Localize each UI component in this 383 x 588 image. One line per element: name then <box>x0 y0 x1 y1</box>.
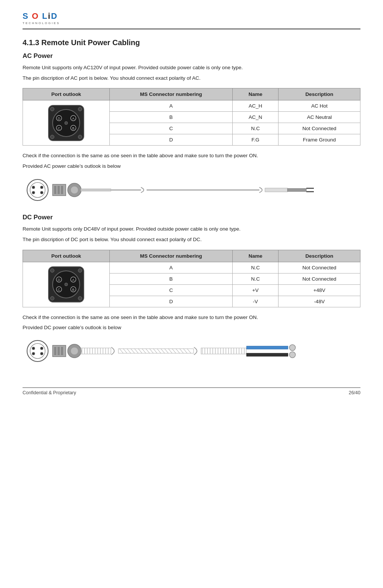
svg-point-26 <box>71 186 78 194</box>
name-AC_H: AC_H <box>232 100 278 112</box>
svg-point-20 <box>40 191 43 194</box>
section-title: 4.1.3 Remote Unit Power Cabling <box>23 38 360 47</box>
svg-point-46 <box>78 269 82 272</box>
svg-rect-56 <box>54 347 56 355</box>
dc-para2: The pin discription of DC port is below.… <box>23 236 360 244</box>
svg-line-86 <box>165 349 168 353</box>
name-NC-dc-b: N.C <box>232 273 278 284</box>
desc-NC-dc-a: Not Connected <box>279 262 360 273</box>
footer-right: 26/40 <box>349 390 360 395</box>
svg-line-92 <box>187 349 191 353</box>
desc-AC_N: AC Neutral <box>279 112 360 123</box>
svg-point-45 <box>50 269 54 272</box>
name-FG: F.G <box>232 134 278 146</box>
svg-line-78 <box>135 349 138 353</box>
svg-point-113 <box>289 345 295 351</box>
svg-rect-22 <box>54 186 56 194</box>
svg-line-82 <box>150 349 153 353</box>
svg-rect-31 <box>288 188 306 191</box>
svg-rect-23 <box>58 186 60 194</box>
port-image-dc: D A C B <box>23 262 110 307</box>
svg-text:A: A <box>72 117 74 120</box>
dc-check-text: Check if the connection is the same as o… <box>23 313 360 322</box>
footer: Confidential & Proprietary 26/40 <box>23 387 360 395</box>
svg-rect-24 <box>61 186 63 194</box>
svg-rect-61 <box>81 348 111 354</box>
svg-point-11 <box>50 107 54 111</box>
ac-para1: Remote Unit supports only AC120V of inpu… <box>23 64 360 72</box>
ms-C-ac: C <box>110 123 233 134</box>
svg-point-18 <box>40 186 43 189</box>
dc-cable-diagram <box>23 339 360 365</box>
ms-B-dc: B <box>110 273 233 284</box>
ac-check-text: Check if the connection is the same as o… <box>23 152 360 160</box>
svg-point-53 <box>32 352 35 355</box>
header: S O LiD TECHNOLOGIES <box>23 11 360 29</box>
svg-line-81 <box>146 349 150 353</box>
logo: S O LiD TECHNOLOGIES <box>23 11 60 25</box>
table-row: D A C B <box>23 100 360 112</box>
svg-line-80 <box>142 349 146 353</box>
svg-line-79 <box>138 349 142 353</box>
ac-power-subtitle: AC Power <box>23 52 360 60</box>
svg-line-75 <box>123 349 127 353</box>
svg-point-13 <box>50 135 54 139</box>
svg-point-47 <box>50 296 54 300</box>
logo-sub: TECHNOLOGIES <box>23 21 60 25</box>
th-ms-numbering-ac: MS Connector numbering <box>110 88 233 100</box>
svg-point-14 <box>78 135 82 139</box>
svg-line-89 <box>176 349 180 353</box>
svg-rect-93 <box>201 348 246 354</box>
svg-text:C: C <box>58 126 61 130</box>
svg-text:D: D <box>58 117 61 120</box>
svg-text:B: B <box>72 126 74 130</box>
section-ac-power: 4.1.3 Remote Unit Power Cabling AC Power… <box>23 38 360 203</box>
desc-FG: Frame Ground <box>279 134 360 146</box>
dc-connector-table: Port outlook MS Connector numbering Name… <box>23 250 360 307</box>
th-description-dc: Description <box>279 250 360 262</box>
ms-C-dc: C <box>110 284 233 296</box>
svg-line-84 <box>157 349 161 353</box>
name-AC_N: AC_N <box>232 112 278 123</box>
logo-brand: S O LiD <box>23 11 58 21</box>
dc-para1: Remote Unit supports only DC48V of input… <box>23 225 360 233</box>
section-dc-power: DC Power Remote Unit supports only DC48V… <box>23 214 360 365</box>
name-pV: +V <box>232 284 278 296</box>
th-description-ac: Description <box>279 88 360 100</box>
ac-cable-text: Provided AC power cable’s outlook is bel… <box>23 162 360 170</box>
svg-point-54 <box>40 352 43 355</box>
name-mV: -V <box>232 296 278 307</box>
th-port-outlook-dc: Port outlook <box>23 250 110 262</box>
svg-rect-58 <box>61 347 63 355</box>
svg-rect-32 <box>306 188 314 189</box>
svg-rect-28 <box>111 189 141 191</box>
svg-line-91 <box>183 349 187 353</box>
svg-line-83 <box>153 349 157 353</box>
ms-D-dc: D <box>110 296 233 307</box>
svg-line-88 <box>172 349 176 353</box>
footer-left: Confidential & Proprietary <box>23 390 76 395</box>
port-image-ac: D A C B <box>23 100 110 146</box>
svg-rect-112 <box>247 353 288 356</box>
svg-point-50 <box>30 343 45 359</box>
svg-point-19 <box>32 191 35 194</box>
dc-cable-text: Provided DC power cable’s outlook is bel… <box>23 324 360 332</box>
svg-line-76 <box>127 349 131 353</box>
svg-rect-29 <box>147 189 259 191</box>
svg-text:D: D <box>58 278 61 282</box>
svg-rect-33 <box>306 191 314 192</box>
ms-B-ac: B <box>110 112 233 123</box>
svg-point-17 <box>32 186 35 189</box>
svg-rect-30 <box>265 188 288 192</box>
svg-line-87 <box>168 349 172 353</box>
svg-point-16 <box>30 182 45 198</box>
th-ms-numbering-dc: MS Connector numbering <box>110 250 233 262</box>
svg-line-90 <box>180 349 183 353</box>
svg-rect-27 <box>81 189 111 191</box>
svg-point-114 <box>289 352 295 358</box>
ac-connector-table: Port outlook MS Connector numbering Name… <box>23 88 360 146</box>
table-row: D A C B <box>23 262 360 273</box>
svg-line-77 <box>131 349 135 353</box>
svg-point-10 <box>65 122 68 125</box>
svg-rect-111 <box>247 346 288 349</box>
